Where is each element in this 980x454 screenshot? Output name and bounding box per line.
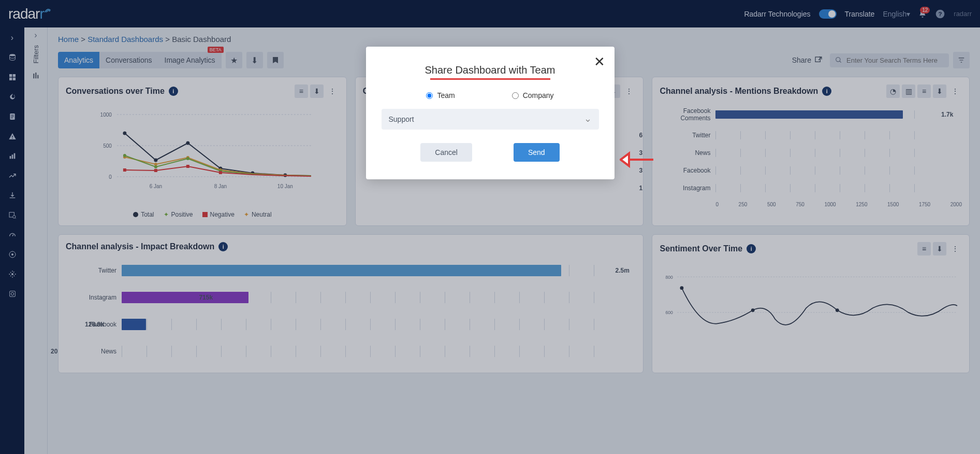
title-underline-annotation	[430, 78, 550, 80]
cancel-button[interactable]: Cancel	[420, 143, 472, 162]
modal-title: Share Dashboard with Team	[382, 64, 599, 76]
radio-company-input[interactable]	[512, 92, 519, 99]
close-icon: ✕	[594, 54, 605, 69]
share-dashboard-modal: ✕ Share Dashboard with Team Team Company…	[366, 47, 615, 179]
share-scope-radios: Team Company	[382, 91, 599, 100]
team-select[interactable]: Support	[382, 109, 599, 130]
modal-overlay[interactable]: ✕ Share Dashboard with Team Team Company…	[0, 0, 980, 454]
modal-close-button[interactable]: ✕	[594, 54, 605, 70]
radio-team-input[interactable]	[426, 92, 433, 99]
radio-team[interactable]: Team	[426, 91, 455, 100]
arrow-annotation	[620, 149, 656, 170]
send-button[interactable]: Send	[514, 143, 560, 162]
radio-company[interactable]: Company	[512, 91, 554, 100]
